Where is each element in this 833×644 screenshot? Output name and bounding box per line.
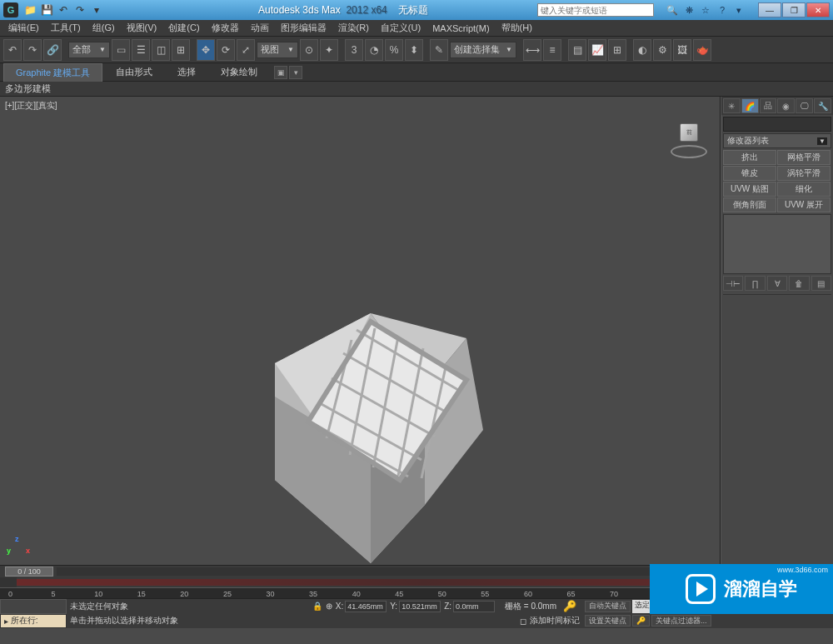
- render-button[interactable]: 🫖: [693, 39, 711, 61]
- render-setup-button[interactable]: ⚙: [653, 39, 671, 61]
- menu-rendering[interactable]: 渲染(R): [333, 20, 374, 36]
- menu-modifiers[interactable]: 修改器: [207, 20, 244, 36]
- app-icon[interactable]: G: [3, 2, 18, 17]
- mod-extrude-button[interactable]: 挤出: [723, 150, 776, 165]
- utilities-tab-icon[interactable]: 🔧: [814, 98, 831, 113]
- menu-group[interactable]: 组(G): [87, 20, 120, 36]
- modifier-list-combo[interactable]: 修改器列表▼: [723, 133, 831, 148]
- refcoord-combo[interactable]: 视图▼: [257, 42, 298, 58]
- create-tab-icon[interactable]: ✳: [723, 98, 741, 113]
- setkey-big-icon[interactable]: 🔑: [632, 615, 650, 627]
- ribbon-tab-objpaint[interactable]: 对象绘制: [209, 63, 269, 81]
- key-lock-icon[interactable]: 🔑: [563, 600, 576, 612]
- maxscript-mini-listener[interactable]: [0, 599, 67, 614]
- hierarchy-tab-icon[interactable]: 品: [760, 98, 777, 113]
- search-icon[interactable]: 🔍: [666, 3, 679, 17]
- qat-dropdown-icon[interactable]: ▾: [90, 3, 103, 17]
- snap-toggle-button[interactable]: 3: [345, 39, 363, 61]
- menu-grapheditors[interactable]: 图形编辑器: [276, 20, 332, 36]
- move-button[interactable]: ✥: [197, 39, 215, 61]
- mod-tessellate-button[interactable]: 细化: [777, 182, 831, 197]
- autokey-button[interactable]: 自动关键点: [585, 601, 631, 612]
- qat-redo-icon[interactable]: ↷: [73, 3, 87, 17]
- modifier-stack[interactable]: [723, 214, 831, 274]
- menu-maxscript[interactable]: MAXScript(M): [427, 22, 494, 35]
- show-end-icon[interactable]: ∏: [745, 276, 765, 291]
- key-filters-button[interactable]: 关键点过滤器...: [651, 615, 711, 627]
- close-button[interactable]: ✕: [806, 2, 830, 17]
- material-editor-button[interactable]: ◐: [633, 39, 651, 61]
- qat-open-icon[interactable]: 📁: [23, 3, 37, 17]
- object-name-field[interactable]: [723, 117, 831, 132]
- help-icon[interactable]: ?: [716, 3, 729, 17]
- menu-views[interactable]: 视图(V): [122, 20, 162, 36]
- mod-unwrap-button[interactable]: UVW 展开: [777, 197, 831, 212]
- selection-filter[interactable]: 全部▼: [68, 42, 110, 58]
- scale-button[interactable]: ⤢: [237, 39, 255, 61]
- config-sets-icon[interactable]: ▤: [811, 276, 831, 291]
- mod-turbosmooth-button[interactable]: 涡轮平滑: [777, 166, 831, 181]
- help-search-input[interactable]: [537, 3, 654, 17]
- ribbon-tab-selection[interactable]: 选择: [166, 63, 207, 81]
- named-selection-combo[interactable]: 创建选择集▼: [450, 42, 516, 58]
- comm-center-icon[interactable]: ❋: [682, 3, 696, 17]
- menu-animation[interactable]: 动画: [246, 20, 274, 36]
- remove-mod-icon[interactable]: 🗑: [789, 276, 809, 291]
- z-coord-field[interactable]: Z:: [444, 601, 495, 612]
- y-coord-field[interactable]: Y:: [390, 601, 441, 612]
- menu-customize[interactable]: 自定义(U): [376, 20, 426, 36]
- lock-selection-icon[interactable]: 🔒: [312, 602, 322, 611]
- schematic-button[interactable]: ⊞: [608, 39, 626, 61]
- curve-editor-button[interactable]: 📈: [588, 39, 606, 61]
- isolate-icon[interactable]: ◻: [520, 617, 526, 626]
- rotate-button[interactable]: ⟳: [217, 39, 235, 61]
- undo-button[interactable]: ↶: [3, 39, 22, 61]
- coord-display-icon[interactable]: ⊕: [326, 602, 332, 611]
- link-button[interactable]: 🔗: [43, 39, 62, 61]
- select-region-button[interactable]: ◫: [152, 39, 170, 61]
- select-button[interactable]: ▭: [112, 39, 130, 61]
- dropdown-icon[interactable]: ▾: [732, 3, 746, 17]
- menu-help[interactable]: 帮助(H): [496, 20, 537, 36]
- qat-save-icon[interactable]: 💾: [40, 3, 53, 17]
- ribbon-min-icon[interactable]: ▣: [274, 66, 287, 79]
- maximize-button[interactable]: ❐: [782, 2, 806, 17]
- mod-meshsmooth-button[interactable]: 网格平滑: [777, 150, 831, 165]
- trackbar-toggle[interactable]: [0, 577, 17, 587]
- pivot-button[interactable]: ⊙: [300, 39, 318, 61]
- viewport-label[interactable]: [+][正交][真实]: [5, 100, 57, 112]
- menu-tools[interactable]: 工具(T): [46, 20, 86, 36]
- display-tab-icon[interactable]: 🖵: [796, 98, 813, 113]
- layers-button[interactable]: ▤: [568, 39, 586, 61]
- unique-icon[interactable]: ∀: [767, 276, 787, 291]
- ribbon-panel-label[interactable]: 多边形建模: [5, 82, 51, 95]
- mod-uvwmap-button[interactable]: UVW 贴图: [723, 182, 776, 197]
- viewcube[interactable]: 前: [670, 120, 708, 158]
- align-button[interactable]: ≡: [543, 39, 561, 61]
- select-name-button[interactable]: ☰: [132, 39, 150, 61]
- time-slider-handle[interactable]: 0 / 100: [5, 567, 53, 577]
- pin-stack-icon[interactable]: ⊣⊢: [723, 276, 743, 291]
- window-crossing-button[interactable]: ⊞: [172, 39, 190, 61]
- angle-snap-button[interactable]: ◔: [365, 39, 383, 61]
- spinner-snap-button[interactable]: ⬍: [405, 39, 423, 61]
- mod-bevelprofile-button[interactable]: 倒角剖面: [723, 197, 776, 212]
- redo-button[interactable]: ↷: [23, 39, 42, 61]
- ribbon-tab-graphite[interactable]: Graphite 建模工具: [3, 63, 102, 82]
- minimize-button[interactable]: —: [758, 2, 781, 17]
- menu-create[interactable]: 创建(C): [163, 20, 204, 36]
- menu-edit[interactable]: 编辑(E): [3, 20, 44, 36]
- edit-named-sel-button[interactable]: ✎: [430, 39, 448, 61]
- time-tag-label[interactable]: 添加时间标记: [530, 615, 580, 627]
- ribbon-tab-freeform[interactable]: 自由形式: [104, 63, 164, 81]
- qat-undo-icon[interactable]: ↶: [57, 3, 70, 17]
- mod-skin-button[interactable]: 锥皮: [723, 166, 776, 181]
- percent-snap-button[interactable]: %: [385, 39, 403, 61]
- setkey-button[interactable]: 设置关键点: [585, 615, 631, 627]
- ribbon-opts-icon[interactable]: ▾: [289, 66, 302, 79]
- motion-tab-icon[interactable]: ◉: [777, 98, 795, 113]
- x-coord-field[interactable]: X:: [336, 601, 387, 612]
- favorites-icon[interactable]: ☆: [699, 3, 712, 17]
- mirror-button[interactable]: ⟷: [523, 39, 541, 61]
- select-manipulate-button[interactable]: ✦: [320, 39, 338, 61]
